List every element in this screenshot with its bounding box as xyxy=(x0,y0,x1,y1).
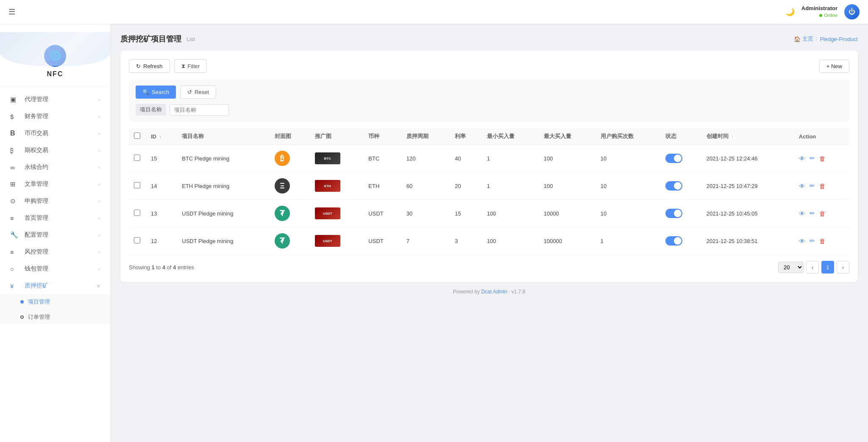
sidebar-item-perpetual[interactable]: ∞ 永续合约 ‹ xyxy=(0,159,110,176)
sidebar-item-risk[interactable]: ≡ 风控管理 ‹ xyxy=(0,243,110,260)
delete-icon[interactable]: 🗑 xyxy=(819,238,826,245)
pagination: 20 50 100 ‹ 1 › xyxy=(778,261,849,273)
col-created: 创建时间 ↑ xyxy=(701,128,794,145)
row-checkbox[interactable] xyxy=(134,237,140,243)
sidebar-item-project[interactable]: 项目管理 xyxy=(0,294,110,309)
sidebar-item-home[interactable]: ≡ 首页管理 ‹ xyxy=(0,210,110,227)
finance-icon: $ xyxy=(10,113,20,120)
row-user-count: 10 xyxy=(595,172,661,200)
row-max-buy: 100 xyxy=(539,172,595,200)
next-page-button[interactable]: › xyxy=(837,261,849,273)
theme-toggle-icon[interactable]: 🌙 xyxy=(785,7,795,17)
refresh-icon: ↻ xyxy=(136,63,141,69)
menu-toggle-icon[interactable]: ☰ xyxy=(8,7,15,17)
row-name: USDT Pledge mining xyxy=(177,227,270,255)
col-action: Action xyxy=(794,128,849,145)
chevron-right-icon: ‹ xyxy=(98,199,100,204)
risk-icon: ≡ xyxy=(10,249,20,256)
sidebar-item-agent[interactable]: ▣ 代理管理 ‹ xyxy=(0,91,110,108)
status-toggle[interactable] xyxy=(665,236,682,246)
sidebar-submenu-label: 项目管理 xyxy=(28,298,50,306)
delete-icon[interactable]: 🗑 xyxy=(819,182,826,190)
view-icon[interactable]: 👁 xyxy=(799,182,805,190)
table-row: 13 USDT Pledge mining ₮ USDT USDT 30 15 … xyxy=(129,200,849,227)
edit-icon[interactable]: ✏ xyxy=(810,155,815,162)
row-rate: 20 xyxy=(450,172,481,200)
row-id: 13 xyxy=(146,200,177,227)
page-footer: Powered by Dcat Admin · v1.7.8 xyxy=(120,282,858,301)
row-checkbox[interactable] xyxy=(134,155,140,161)
config-icon: 🔧 xyxy=(10,231,20,239)
row-coin: BTC xyxy=(363,145,401,172)
sidebar-item-label: 风控管理 xyxy=(25,248,98,256)
sidebar-item-article[interactable]: ⊞ 文章管理 ‹ xyxy=(0,176,110,193)
subscribe-icon: ⊙ xyxy=(10,197,20,205)
status-toggle[interactable] xyxy=(665,154,682,163)
search-button[interactable]: 🔍 Search xyxy=(136,86,176,99)
status-dot-icon xyxy=(819,14,822,17)
delete-icon[interactable]: 🗑 xyxy=(819,155,826,162)
page-size-select[interactable]: 20 50 100 xyxy=(778,262,804,273)
chevron-right-icon: ‹ xyxy=(98,249,100,254)
row-checkbox[interactable] xyxy=(134,182,140,188)
content-card: ↻ Refresh ⧗ Filter + New 🔍 xyxy=(120,51,858,282)
search-area: 🔍 Search ↺ Reset 项目名称 xyxy=(129,80,849,122)
row-min-buy: 100 xyxy=(482,227,539,255)
edit-icon[interactable]: ✏ xyxy=(810,210,815,217)
user-info: Administrator Online xyxy=(801,5,837,18)
sidebar-item-subscribe[interactable]: ⊙ 申购管理 ‹ xyxy=(0,193,110,210)
prev-page-button[interactable]: ‹ xyxy=(806,261,819,273)
refresh-button[interactable]: ↻ Refresh xyxy=(129,59,170,73)
row-created: 2021-12-25 10:47:29 xyxy=(701,172,794,200)
view-icon[interactable]: 👁 xyxy=(799,155,805,162)
chevron-right-icon: ‹ xyxy=(98,215,100,221)
home-breadcrumb-icon: 🏠 xyxy=(794,36,801,42)
sidebar-item-label: 质押挖矿 xyxy=(25,282,97,290)
filter-button[interactable]: ⧗ Filter xyxy=(174,59,207,73)
row-period: 60 xyxy=(401,172,450,200)
row-cover: ₮ xyxy=(270,227,310,255)
view-icon[interactable]: 👁 xyxy=(799,210,805,217)
table-row: 15 BTC Pledge mining ₿ BTC BTC 120 40 1 … xyxy=(129,145,849,172)
edit-icon[interactable]: ✏ xyxy=(810,237,815,245)
row-status xyxy=(660,172,701,200)
sidebar-submenu-label: 订单管理 xyxy=(28,313,50,321)
row-action: 👁 ✏ 🗑 xyxy=(794,172,849,200)
new-button[interactable]: + New xyxy=(819,60,849,73)
chevron-down-icon: ∨ xyxy=(97,283,100,289)
page-subtitle: List xyxy=(186,36,195,42)
sidebar-item-currency[interactable]: B 币币交易 ‹ xyxy=(0,125,110,142)
status-toggle[interactable] xyxy=(665,209,682,218)
sidebar-item-label: 代理管理 xyxy=(25,96,98,103)
dcat-admin-link[interactable]: Dcat Admin xyxy=(481,289,507,295)
sidebar-item-order[interactable]: 订单管理 xyxy=(0,309,110,325)
row-name: ETH Pledge mining xyxy=(177,172,270,200)
table-row: 12 USDT Pledge mining ₮ USDT USDT 7 3 10… xyxy=(129,227,849,255)
row-period: 30 xyxy=(401,200,450,227)
delete-icon[interactable]: 🗑 xyxy=(819,210,826,217)
status-toggle[interactable] xyxy=(665,181,682,191)
search-input-name[interactable] xyxy=(170,104,229,116)
search-fields: 项目名称 xyxy=(136,104,843,116)
page-1-button[interactable]: 1 xyxy=(821,261,834,273)
sidebar-item-pledge[interactable]: ¥ 质押挖矿 ∨ xyxy=(0,277,110,294)
breadcrumb-home-link[interactable]: 🏠 主页 xyxy=(794,35,813,43)
sidebar-item-options[interactable]: ₿ 期权交易 ‹ xyxy=(0,142,110,159)
sidebar-item-wallet[interactable]: ○ 钱包管理 ‹ xyxy=(0,260,110,277)
agent-icon: ▣ xyxy=(10,96,20,103)
view-icon[interactable]: 👁 xyxy=(799,238,805,245)
row-banner: USDT xyxy=(310,227,364,255)
row-checkbox[interactable] xyxy=(134,210,140,216)
sidebar-item-config[interactable]: 🔧 配置管理 ‹ xyxy=(0,227,110,243)
sub-dot-icon xyxy=(20,300,24,304)
col-rate: 利率 xyxy=(450,128,481,145)
table-header-row: ID ↑ 项目名称 封面图 推广图 币种 质押周期 利率 最小买入量 最大买入量… xyxy=(129,128,849,145)
power-button[interactable]: ⏻ xyxy=(844,4,860,19)
select-all-checkbox[interactable] xyxy=(134,133,140,139)
edit-icon[interactable]: ✏ xyxy=(810,182,815,190)
chevron-right-icon: ‹ xyxy=(98,266,100,271)
row-created: 2021-12-25 10:38:51 xyxy=(701,227,794,255)
article-icon: ⊞ xyxy=(10,180,20,188)
reset-button[interactable]: ↺ Reset xyxy=(180,86,216,99)
sidebar-item-finance[interactable]: $ 财务管理 ‹ xyxy=(0,108,110,125)
